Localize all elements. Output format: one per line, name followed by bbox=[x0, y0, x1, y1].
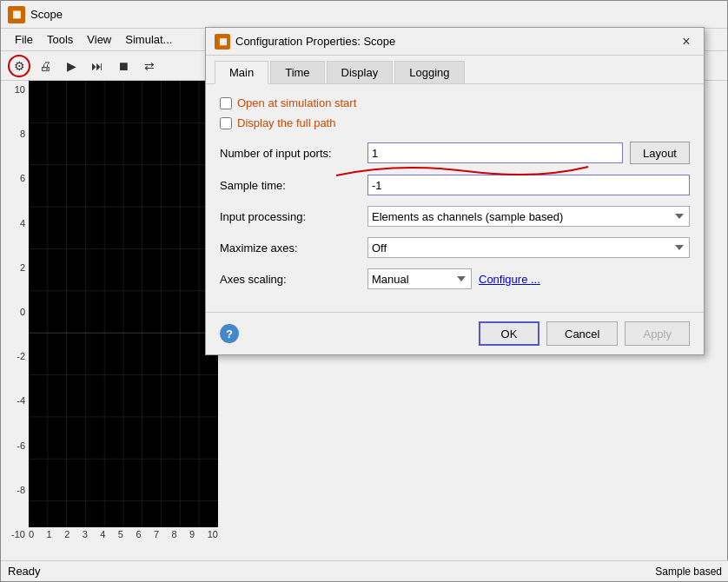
y-label-n2: -2 bbox=[1, 351, 29, 361]
dialog-titlebar: ▦ Configuration Properties: Scope × bbox=[206, 28, 704, 56]
x-label-4: 4 bbox=[100, 529, 105, 539]
y-label-6: 6 bbox=[1, 173, 29, 183]
layout-button[interactable]: Layout bbox=[630, 142, 690, 164]
tab-display[interactable]: Display bbox=[327, 61, 394, 83]
dialog-title-left: ▦ Configuration Properties: Scope bbox=[215, 34, 395, 50]
y-label-n6: -6 bbox=[1, 440, 29, 451]
ok-button[interactable]: OK bbox=[479, 321, 539, 346]
num-input-ports-label: Number of input ports: bbox=[220, 147, 367, 160]
print-button[interactable]: 🖨 bbox=[34, 55, 56, 77]
input-processing-select[interactable]: Elements as channels (sample based) Colu… bbox=[367, 206, 690, 227]
maximize-axes-row: Maximize axes: Off On Auto bbox=[220, 237, 690, 258]
apply-button[interactable]: Apply bbox=[625, 321, 690, 346]
y-label-0: 0 bbox=[1, 307, 29, 317]
menu-simulat[interactable]: Simulat... bbox=[118, 31, 179, 48]
scope-window: ▦ Scope File Tools View Simulat... ⚙ 🖨 ▶… bbox=[0, 0, 728, 582]
menu-file[interactable]: File bbox=[8, 31, 40, 48]
x-label-5: 5 bbox=[118, 529, 123, 539]
dialog-close-button[interactable]: × bbox=[678, 33, 695, 50]
scope-titlebar: ▦ Scope bbox=[1, 1, 727, 29]
open-at-sim-label[interactable]: Open at simulation start bbox=[237, 96, 356, 109]
x-label-8: 8 bbox=[172, 529, 177, 539]
y-label-10: 10 bbox=[1, 84, 29, 95]
x-label-10: 10 bbox=[208, 529, 218, 539]
maximize-axes-label: Maximize axes: bbox=[220, 241, 367, 255]
step-button[interactable]: ⏭ bbox=[86, 55, 109, 77]
maximize-axes-select[interactable]: Off On Auto bbox=[367, 237, 690, 258]
stop-button[interactable]: ⏹ bbox=[112, 55, 135, 77]
x-label-3: 3 bbox=[83, 529, 88, 539]
y-label-n8: -8 bbox=[1, 485, 29, 495]
scope-title: Scope bbox=[30, 8, 63, 21]
status-text: Ready bbox=[8, 565, 41, 578]
y-label-2: 2 bbox=[1, 262, 29, 273]
x-label-9: 9 bbox=[189, 529, 195, 539]
num-input-ports-field[interactable] bbox=[367, 142, 623, 163]
dialog-title-icon: ▦ bbox=[215, 34, 230, 50]
cancel-button[interactable]: Cancel bbox=[546, 321, 618, 346]
y-label-n10: -10 bbox=[1, 529, 29, 539]
x-label-0: 0 bbox=[29, 529, 34, 539]
status-right: Sample based bbox=[655, 565, 722, 578]
display-full-path-label[interactable]: Display the full path bbox=[237, 116, 335, 129]
settings-button[interactable]: ⚙ bbox=[8, 55, 30, 77]
dialog-tabs: Main Time Display Logging bbox=[206, 56, 704, 84]
x-label-2: 2 bbox=[64, 529, 69, 539]
scope-statusbar: Ready Sample based bbox=[1, 560, 728, 581]
dialog-content: Open at simulation start Display the ful… bbox=[206, 84, 704, 312]
configure-link[interactable]: Configure ... bbox=[479, 273, 540, 286]
menu-tools[interactable]: Tools bbox=[40, 31, 80, 48]
tab-time[interactable]: Time bbox=[270, 61, 324, 83]
axes-scaling-row: Axes scaling: Manual Auto Updates Config… bbox=[220, 268, 690, 289]
y-label-4: 4 bbox=[1, 218, 29, 228]
dialog-title-text: Configuration Properties: Scope bbox=[235, 35, 395, 48]
y-label-8: 8 bbox=[1, 129, 29, 139]
axes-scaling-select[interactable]: Manual Auto Updates bbox=[367, 268, 472, 289]
help-button[interactable]: ? bbox=[220, 324, 239, 343]
open-at-sim-row: Open at simulation start bbox=[220, 96, 690, 109]
config-dialog: ▦ Configuration Properties: Scope × Main… bbox=[205, 27, 705, 355]
sample-time-field[interactable] bbox=[367, 175, 690, 195]
menu-view[interactable]: View bbox=[80, 31, 118, 48]
axes-scaling-label: Axes scaling: bbox=[220, 273, 367, 286]
tab-main[interactable]: Main bbox=[215, 61, 268, 84]
input-processing-label: Input processing: bbox=[220, 210, 367, 223]
x-label-1: 1 bbox=[47, 529, 52, 539]
input-processing-row: Input processing: Elements as channels (… bbox=[220, 206, 690, 227]
zoom-button[interactable]: ⇄ bbox=[138, 55, 161, 77]
sample-time-row: Sample time: bbox=[220, 175, 690, 195]
tab-logging[interactable]: Logging bbox=[394, 61, 464, 83]
sample-time-label: Sample time: bbox=[220, 179, 367, 192]
run-button[interactable]: ▶ bbox=[60, 55, 83, 77]
dialog-footer: ? OK Cancel Apply bbox=[206, 312, 704, 354]
num-input-ports-row: Number of input ports: Layout bbox=[220, 142, 690, 164]
x-label-7: 7 bbox=[154, 529, 159, 539]
y-label-n4: -4 bbox=[1, 395, 29, 406]
scope-title-icon: ▦ bbox=[8, 6, 25, 23]
open-at-sim-checkbox[interactable] bbox=[220, 97, 232, 109]
display-full-path-checkbox[interactable] bbox=[220, 117, 232, 129]
x-label-6: 6 bbox=[136, 529, 141, 539]
display-full-path-row: Display the full path bbox=[220, 116, 690, 129]
plot-canvas bbox=[29, 81, 218, 543]
